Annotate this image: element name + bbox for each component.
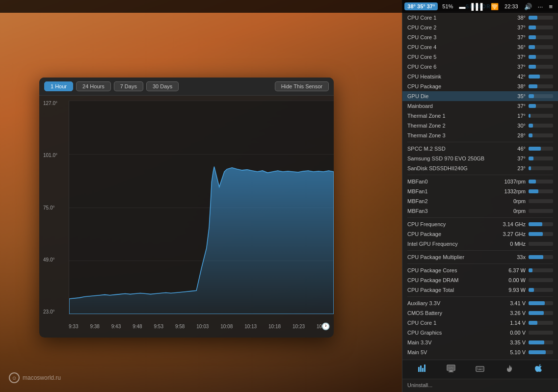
sensor-value: 6.37 W [499,267,526,273]
sensor-row[interactable]: Intel GPU Frequency0 MHz [402,239,558,249]
sensor-name: Main 5V [407,349,499,355]
sensor-bar [529,147,541,151]
sensor-value: 5.10 V [499,349,526,355]
watermark-icon: ⊙ [9,372,20,383]
sensor-row[interactable]: SPCC M.2 SSD46° [402,144,558,154]
tab-flame-icon[interactable] [502,363,517,376]
sensor-row[interactable]: CMOS Battery3.26 V [402,308,558,318]
svg-rect-11 [479,368,480,369]
sensor-row[interactable]: CPU Core 436° [402,42,558,52]
sensor-row[interactable]: CPU Graphics0.00 V [402,328,558,338]
sensor-bar-wrap [529,180,553,183]
btn-1hour[interactable]: 1 Hour [44,81,73,91]
sensors-list[interactable]: CPU Core 138°CPU Core 237°CPU Core 337°C… [402,12,558,360]
sensor-name: MBFan0 [407,179,499,184]
sensor-row[interactable]: CPU Package3.27 GHz [402,229,558,239]
sensor-name: Thermal Zone 1 [407,113,499,119]
menubar-temp[interactable]: 38° 35° 37° [404,2,438,10]
sensor-value: 3.35 V [499,340,526,345]
tab-chart-icon[interactable] [415,363,429,376]
sensor-value: 0rpm [499,198,526,204]
sensor-bar-wrap [529,45,553,49]
sensor-bar-wrap [529,65,553,69]
sensor-row[interactable]: Thermal Zone 117° [402,111,558,121]
sensor-row[interactable]: CPU Heatsink42° [402,72,558,81]
y-axis-labels: 127.0° 101.0° 75.0° 49.0° 23.0° [43,101,57,314]
sensor-row[interactable]: CPU Core 237° [402,23,558,32]
btn-7days[interactable]: 7 Days [114,81,143,91]
sensor-row[interactable]: MBFan20rpm [402,196,558,206]
svg-rect-3 [424,365,425,372]
sensor-row[interactable]: MBFan01037rpm [402,177,558,186]
sensor-bar [529,232,543,236]
sensor-row[interactable]: Mainboard37° [402,101,558,111]
sensor-name: CPU Core 4 [407,44,499,50]
menubar: 38° 35° 37° 51% ▬ ▌▌▌ 🛜 22:33 🔊 ··· ≡ [0,0,558,13]
sensor-row[interactable]: CPU Package38° [402,81,558,91]
sensor-bar [529,65,536,69]
sensor-value: 0rpm [499,208,526,214]
sensor-row[interactable]: Thermal Zone 230° [402,121,558,131]
sensor-row[interactable]: CPU Core 637° [402,62,558,72]
sensor-row[interactable]: CPU Package DRAM0.00 W [402,275,558,285]
sensor-name: CPU Core 1 [407,320,499,326]
sensor-row[interactable]: CPU Core 537° [402,52,558,62]
tab-keyboard-icon[interactable] [473,363,487,376]
menubar-time: 22:33 [503,3,520,9]
tab-monitor-icon[interactable]: GPU [444,363,458,376]
sensor-row[interactable]: CPU Core 138° [402,13,558,23]
sensor-bar-wrap [529,311,553,315]
btn-24hours[interactable]: 24 Hours [76,81,111,91]
sensor-row[interactable]: Main 3.3V3.35 V [402,338,558,347]
sensor-bar-wrap [529,268,553,272]
sensor-bar-wrap [529,222,553,226]
svg-rect-0 [418,367,420,372]
sensors-panel: SENSORS CPU Core 138°CPU Core 237°CPU Co… [402,0,558,392]
sensor-row[interactable]: CPU Package Multiplier33x [402,252,558,262]
sensor-row[interactable]: CPU Package Cores6.37 W [402,265,558,275]
sensor-row[interactable]: CPU Core 11.14 V [402,318,558,328]
sensor-row[interactable]: CPU Package Total9.93 W [402,285,558,295]
tab-apple-icon[interactable] [531,363,546,376]
sensor-row[interactable]: Thermal Zone 328° [402,131,558,140]
sensor-row[interactable]: Main 5V5.10 V [402,347,558,357]
sensors-divider [407,175,553,175]
sensor-value: 37° [499,25,526,30]
sensor-name: CPU Package Multiplier [407,254,499,260]
sensor-row[interactable]: CPU Core 337° [402,32,558,42]
more-icon[interactable]: ··· [536,3,545,10]
btn-30days[interactable]: 30 Days [146,81,179,91]
wifi-icon: 🛜 [489,3,500,10]
sound-icon[interactable]: 🔊 [523,3,533,10]
sensor-value: 30° [499,123,526,129]
sensor-value: 37° [499,54,526,60]
sensor-row[interactable]: MBFan11332rpm [402,186,558,196]
sensor-value: 37° [499,34,526,40]
sensors-divider [407,296,553,297]
sensor-bar-wrap [529,16,553,20]
sensor-value: 37° [499,103,526,109]
sensor-row[interactable]: SanDisk SDSSDHII240G23° [402,163,558,173]
uninstall-button[interactable]: Uninstall... [402,379,558,392]
menu-icon[interactable]: ≡ [547,3,554,10]
sensor-bar-wrap [529,35,553,39]
sensor-row[interactable]: MBFan30rpm [402,206,558,216]
battery-icon: ▬ [457,3,467,10]
sensor-bar [529,301,545,305]
sensor-value: 23° [499,165,526,171]
sensor-name: Thermal Zone 2 [407,123,499,129]
sensor-bar [529,189,538,193]
hide-sensor-button[interactable]: Hide This Sensor [275,81,329,91]
sensor-name: CPU Heatsink [407,74,499,79]
sensor-row[interactable]: GPU Die35° [402,91,558,101]
sensor-bar-wrap [529,114,553,118]
sensor-row[interactable]: CPU Frequency3.14 GHz [402,219,558,229]
sensor-value: 38° [499,83,526,89]
svg-rect-14 [477,369,478,370]
sensor-value: 35° [499,93,526,99]
sensor-bar [529,45,535,49]
sensor-row[interactable]: Samsung SSD 970 EVO 250GB37° [402,154,558,163]
sensor-value: 17° [499,113,526,119]
wifi-bars-icon: ▌▌▌ [470,3,486,10]
sensor-row[interactable]: Auxiliary 3.3V3.41 V [402,298,558,308]
